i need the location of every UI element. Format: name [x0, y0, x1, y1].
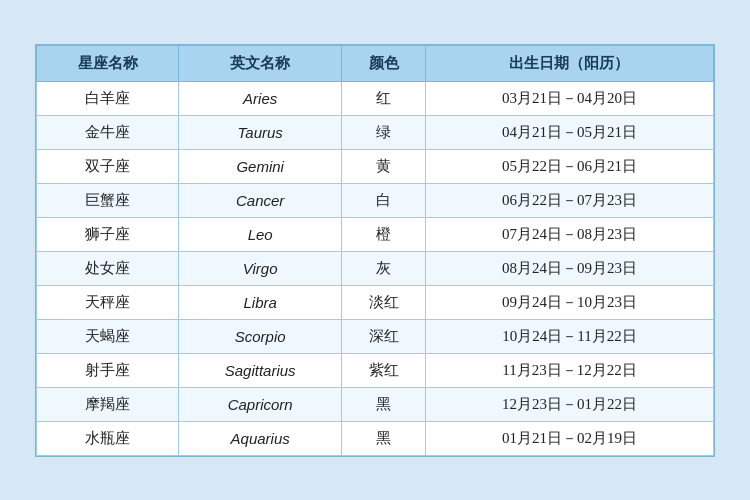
cell-en-name: Libra — [179, 285, 342, 319]
cell-zh-name: 水瓶座 — [37, 421, 179, 455]
cell-color: 白 — [342, 183, 426, 217]
cell-date: 08月24日－09月23日 — [425, 251, 713, 285]
header-date: 出生日期（阳历） — [425, 45, 713, 81]
cell-date: 05月22日－06月21日 — [425, 149, 713, 183]
cell-date: 11月23日－12月22日 — [425, 353, 713, 387]
header-zh-name: 星座名称 — [37, 45, 179, 81]
header-color: 颜色 — [342, 45, 426, 81]
cell-date: 12月23日－01月22日 — [425, 387, 713, 421]
cell-zh-name: 天秤座 — [37, 285, 179, 319]
cell-date: 09月24日－10月23日 — [425, 285, 713, 319]
cell-date: 01月21日－02月19日 — [425, 421, 713, 455]
table-header-row: 星座名称 英文名称 颜色 出生日期（阳历） — [37, 45, 714, 81]
table-row: 天蝎座Scorpio深红10月24日－11月22日 — [37, 319, 714, 353]
cell-zh-name: 处女座 — [37, 251, 179, 285]
cell-en-name: Cancer — [179, 183, 342, 217]
cell-color: 紫红 — [342, 353, 426, 387]
cell-en-name: Gemini — [179, 149, 342, 183]
zodiac-table: 星座名称 英文名称 颜色 出生日期（阳历） 白羊座Aries红03月21日－04… — [36, 45, 714, 456]
cell-en-name: Virgo — [179, 251, 342, 285]
cell-zh-name: 射手座 — [37, 353, 179, 387]
cell-color: 橙 — [342, 217, 426, 251]
table-body: 白羊座Aries红03月21日－04月20日金牛座Taurus绿04月21日－0… — [37, 81, 714, 455]
cell-date: 03月21日－04月20日 — [425, 81, 713, 115]
cell-en-name: Sagittarius — [179, 353, 342, 387]
cell-color: 灰 — [342, 251, 426, 285]
table-row: 射手座Sagittarius紫红11月23日－12月22日 — [37, 353, 714, 387]
table-row: 巨蟹座Cancer白06月22日－07月23日 — [37, 183, 714, 217]
cell-en-name: Leo — [179, 217, 342, 251]
cell-color: 深红 — [342, 319, 426, 353]
cell-en-name: Aquarius — [179, 421, 342, 455]
table-row: 金牛座Taurus绿04月21日－05月21日 — [37, 115, 714, 149]
cell-zh-name: 金牛座 — [37, 115, 179, 149]
table-row: 处女座Virgo灰08月24日－09月23日 — [37, 251, 714, 285]
table-row: 狮子座Leo橙07月24日－08月23日 — [37, 217, 714, 251]
cell-color: 淡红 — [342, 285, 426, 319]
cell-zh-name: 巨蟹座 — [37, 183, 179, 217]
cell-date: 07月24日－08月23日 — [425, 217, 713, 251]
cell-zh-name: 天蝎座 — [37, 319, 179, 353]
cell-zh-name: 摩羯座 — [37, 387, 179, 421]
cell-zh-name: 白羊座 — [37, 81, 179, 115]
zodiac-table-container: 星座名称 英文名称 颜色 出生日期（阳历） 白羊座Aries红03月21日－04… — [35, 44, 715, 457]
cell-color: 黑 — [342, 387, 426, 421]
table-row: 天秤座Libra淡红09月24日－10月23日 — [37, 285, 714, 319]
cell-en-name: Scorpio — [179, 319, 342, 353]
cell-date: 10月24日－11月22日 — [425, 319, 713, 353]
cell-date: 06月22日－07月23日 — [425, 183, 713, 217]
cell-zh-name: 双子座 — [37, 149, 179, 183]
cell-en-name: Taurus — [179, 115, 342, 149]
table-row: 摩羯座Capricorn黑12月23日－01月22日 — [37, 387, 714, 421]
cell-color: 黄 — [342, 149, 426, 183]
table-row: 水瓶座Aquarius黑01月21日－02月19日 — [37, 421, 714, 455]
cell-color: 红 — [342, 81, 426, 115]
cell-color: 绿 — [342, 115, 426, 149]
cell-color: 黑 — [342, 421, 426, 455]
cell-zh-name: 狮子座 — [37, 217, 179, 251]
header-en-name: 英文名称 — [179, 45, 342, 81]
cell-date: 04月21日－05月21日 — [425, 115, 713, 149]
cell-en-name: Aries — [179, 81, 342, 115]
table-row: 双子座Gemini黄05月22日－06月21日 — [37, 149, 714, 183]
cell-en-name: Capricorn — [179, 387, 342, 421]
table-row: 白羊座Aries红03月21日－04月20日 — [37, 81, 714, 115]
